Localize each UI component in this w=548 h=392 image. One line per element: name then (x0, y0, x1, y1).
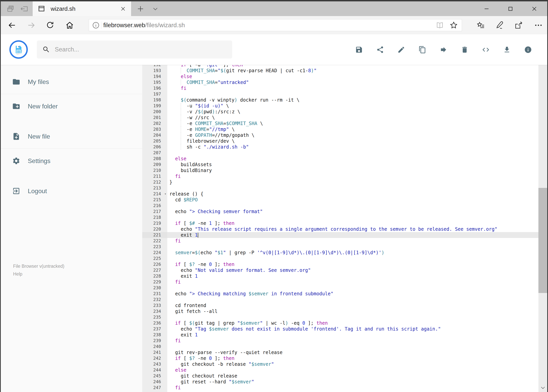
code-line[interactable]: cd $REPO (167, 197, 538, 203)
code-line[interactable]: if [ $? -ne 0 ]; then (167, 261, 538, 267)
code-line[interactable]: -v /$(pwd):/src:z \ (167, 109, 538, 115)
code-line[interactable]: fi (167, 385, 538, 391)
code-line[interactable] (167, 314, 538, 320)
code-line[interactable]: git fetch --all (167, 308, 538, 314)
code-line[interactable]: git checkout -b release "$semver" (167, 361, 538, 367)
code-line[interactable]: echo "> Checking matching $semver in fro… (167, 291, 538, 297)
code-line[interactable]: COMMIT_SHA="untracked" (167, 79, 538, 85)
code-line[interactable]: } (167, 179, 538, 185)
code-line[interactable]: COMMIT_SHA="$(git rev-parse HEAD | cut -… (167, 68, 538, 74)
new-tab-button[interactable] (135, 1, 146, 16)
code-line[interactable] (167, 215, 538, 220)
code-line[interactable]: git reset --hard "$semver" (167, 379, 538, 385)
tab-preview-toggle[interactable] (150, 1, 161, 16)
set-tabs-aside-button[interactable] (19, 1, 30, 16)
code-line[interactable]: exit 1 (167, 332, 538, 338)
filebrowser-logo[interactable] (9, 40, 28, 59)
minimize-button[interactable] (477, 1, 496, 16)
code-line[interactable]: sh -c "./wizard.sh -b" (167, 144, 538, 150)
code-line[interactable]: if [ $? -ne 0 ]; then (167, 355, 538, 361)
code-line[interactable]: if [ -d ".git" ]; then (167, 65, 538, 68)
code-line[interactable]: -w //src \ (167, 115, 538, 120)
code-line[interactable] (167, 150, 538, 156)
code-line[interactable]: fi (167, 338, 538, 344)
code-editor[interactable]: 1921931941951961971981992002012022032042… (142, 65, 538, 392)
favorite-star-icon[interactable] (449, 21, 458, 30)
code-line[interactable]: echo "> Checking semver format" (167, 209, 538, 215)
code-line[interactable]: $(command -v winpty) docker run --rm -it… (167, 97, 538, 103)
scrollbar-thumb[interactable] (538, 188, 547, 293)
code-line[interactable] (167, 256, 538, 261)
code-line[interactable]: fi (167, 238, 538, 244)
edit-button[interactable] (397, 46, 405, 54)
code-line[interactable] (167, 285, 538, 291)
code-line[interactable] (167, 244, 538, 250)
code-line[interactable]: exit 1 (167, 232, 538, 238)
code-lines[interactable]: if [ -d ".git" ]; then COMMIT_SHA="$(git… (167, 65, 538, 392)
code-line[interactable]: git checkout release (167, 373, 538, 379)
forward-button[interactable] (27, 21, 36, 30)
code-line[interactable]: fi (167, 85, 538, 91)
share-button[interactable] (514, 21, 523, 30)
code-line[interactable]: if [ $# -ne 1 ]; then (167, 220, 538, 226)
code-line[interactable]: buildAssets (167, 162, 538, 168)
hub-favorites-button[interactable] (476, 21, 485, 30)
code-line[interactable]: echo "Not valid semver format. See semve… (167, 267, 538, 273)
share-file-button[interactable] (376, 46, 384, 54)
address-bar[interactable]: filebrowser.web/files/wizard.sh (89, 19, 462, 31)
delete-button[interactable] (461, 46, 469, 54)
code-line[interactable] (167, 185, 538, 191)
code-line[interactable]: -e HOME="//tmp" \ (167, 126, 538, 132)
code-line[interactable]: if [ $(git tag | grep "$semver" | wc -l)… (167, 320, 538, 326)
search-input[interactable] (55, 46, 227, 53)
code-line[interactable]: exit 1 (167, 273, 538, 279)
download-button[interactable] (503, 46, 511, 54)
sidebar-item-new-folder[interactable]: New folder (1, 97, 142, 116)
copy-button[interactable] (418, 46, 426, 54)
home-button[interactable] (65, 21, 74, 30)
code-line[interactable]: else (167, 74, 538, 79)
code-line[interactable]: -e GOPATH=//tmp/gopath \ (167, 132, 538, 138)
sidebar-item-new-file[interactable]: New file (1, 127, 142, 146)
code-line[interactable]: filebrowser/dev \ (167, 138, 538, 144)
code-line[interactable]: echo "This release script requires a sin… (167, 226, 538, 232)
code-line[interactable]: else (167, 156, 538, 162)
code-line[interactable]: echo "Tag $semver does not exist in subm… (167, 326, 538, 332)
code-line[interactable]: release () { (167, 191, 538, 197)
help-link[interactable]: Help (13, 270, 64, 278)
code-line[interactable]: cd frontend (167, 302, 538, 308)
code-line[interactable]: buildBinary (167, 168, 538, 173)
sidebar-item-settings[interactable]: Settings (1, 152, 142, 170)
code-line[interactable]: fi (167, 279, 538, 285)
close-window-button[interactable] (525, 1, 544, 16)
fold-marker-icon[interactable]: ▾ (164, 191, 166, 197)
code-line[interactable] (167, 344, 538, 350)
code-line[interactable]: else (167, 367, 538, 373)
reading-view-icon[interactable] (436, 21, 444, 29)
tab-close-icon[interactable] (120, 6, 126, 12)
sidebar-item-my-files[interactable]: My files (1, 72, 142, 91)
move-button[interactable] (440, 46, 447, 54)
save-button[interactable] (355, 46, 363, 54)
maximize-button[interactable] (501, 1, 520, 16)
tab-preview-button[interactable] (5, 1, 16, 16)
code-view-button[interactable] (482, 46, 490, 54)
code-line[interactable]: -e COMMIT_SHA=$COMMIT_SHA \ (167, 120, 538, 126)
browser-tab[interactable]: wizard.sh (33, 1, 131, 16)
url-text[interactable]: filebrowser.web/files/wizard.sh (103, 22, 436, 29)
search-bar[interactable] (37, 41, 232, 58)
info-button[interactable] (524, 46, 532, 54)
sidebar-item-logout[interactable]: Logout (1, 182, 142, 200)
code-line[interactable] (167, 91, 538, 97)
code-line[interactable]: -u "$(id -u)" \ (167, 103, 538, 109)
site-info-icon[interactable] (92, 21, 100, 29)
page-scrollbar[interactable] (538, 34, 547, 392)
code-line[interactable] (167, 297, 538, 302)
back-button[interactable] (7, 21, 16, 30)
refresh-button[interactable] (46, 21, 55, 30)
more-options-button[interactable] (534, 21, 543, 30)
code-line[interactable]: semver=$(echo "$1" | grep -P '^v(0|[1-9]… (167, 250, 538, 256)
code-line[interactable]: fi (167, 173, 538, 179)
code-line[interactable]: git rev-parse --verify --quiet release (167, 350, 538, 355)
code-line[interactable] (167, 203, 538, 209)
